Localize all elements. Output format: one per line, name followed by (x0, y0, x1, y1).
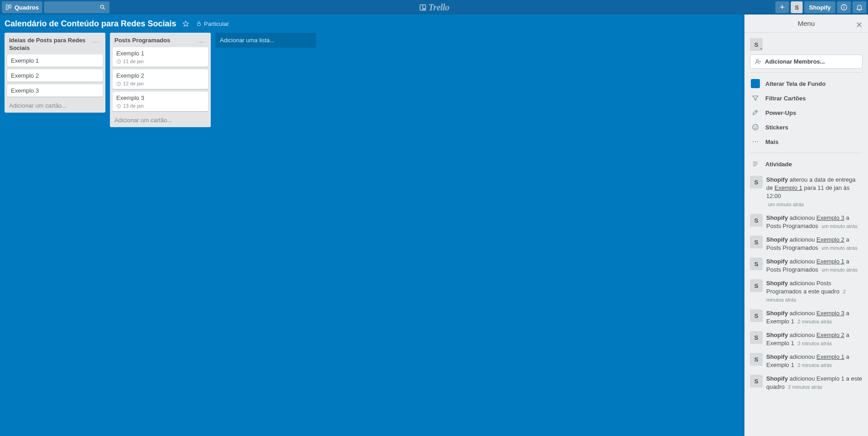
board-members: S » (750, 37, 863, 54)
activity-item: SShopify adicionou Exemplo 2 a Exemplo 1… (750, 328, 863, 350)
add-card-button[interactable]: Adicionar um cartão... (113, 114, 208, 124)
activity-avatar[interactable]: S (750, 236, 763, 248)
rocket-icon (751, 108, 760, 117)
notifications-button[interactable] (853, 1, 866, 13)
close-menu-button[interactable]: ✕ (854, 18, 864, 32)
star-button[interactable] (183, 20, 189, 27)
activity-item: SShopify adicionou Exemplo 1 a Exemplo 1… (750, 350, 863, 372)
svg-rect-1 (9, 5, 11, 8)
info-button[interactable] (837, 1, 851, 13)
bell-icon (856, 4, 863, 11)
due-date-text: 12 de jan (123, 81, 144, 86)
menu-power-ups[interactable]: Power-Ups (750, 105, 863, 120)
add-card-button[interactable]: Adicionar um cartão... (7, 99, 103, 109)
activity-item: SShopify adicionou Exemplo 2 a Posts Pro… (750, 233, 863, 255)
card[interactable]: Exemplo 111 de jan (113, 47, 208, 67)
list-menu-button[interactable]: … (195, 36, 206, 45)
activity-time: 2 minutos atrás (798, 362, 832, 368)
menu-body: S » Adicionar Membros... Alterar Tela de… (744, 33, 868, 436)
card-badges: 12 de jan (116, 81, 204, 86)
card-title: Exemplo 1 (11, 57, 99, 64)
svg-marker-10 (183, 21, 188, 26)
menu-item-label: Alterar Tela de Fundo (765, 80, 826, 87)
card[interactable]: Exemplo 212 de jan (113, 69, 208, 89)
card-title: Exemplo 2 (116, 72, 204, 79)
activity-avatar[interactable]: S (750, 375, 763, 387)
app-header: Quadros Trello + S Shopify (0, 0, 868, 15)
search-icon (99, 4, 106, 10)
more-icon (751, 137, 760, 146)
menu-filter-cards[interactable]: Filtrar Cartões (750, 91, 863, 105)
add-members-button[interactable]: Adicionar Membros... (750, 54, 863, 69)
header-left: Quadros (2, 1, 109, 13)
activity-time: 2 minutos atrás (788, 384, 822, 390)
trello-logo[interactable]: Trello (419, 2, 449, 13)
add-list-button[interactable]: Adicionar uma lista... (215, 33, 316, 48)
boards-button[interactable]: Quadros (2, 1, 42, 13)
activity-time: um minuto atrás (822, 245, 858, 251)
card[interactable]: Exemplo 2 (7, 69, 103, 82)
activity-avatar[interactable]: S (750, 331, 763, 344)
activity-text: Shopify adicionou Exemplo 1 a Exemplo 1 … (766, 353, 863, 369)
menu-item-label: Stickers (765, 124, 789, 131)
activity-avatar[interactable]: S (750, 353, 763, 366)
boards-icon (5, 4, 12, 10)
activity-item: SShopify adicionou Exemplo 3 a Posts Pro… (750, 211, 863, 233)
activity-avatar[interactable]: S (750, 279, 763, 292)
due-date-text: 11 de jan (123, 59, 144, 64)
header-avatar[interactable]: S (791, 1, 803, 13)
menu-more[interactable]: Mais (750, 134, 863, 149)
search-input[interactable] (44, 1, 109, 13)
card-title: Exemplo 3 (11, 87, 99, 94)
avatar-initial: S (795, 4, 799, 11)
member-avatar[interactable]: S » (750, 38, 763, 51)
due-date-text: 13 de jan (123, 103, 144, 109)
list: Ideias de Posts para Redes Sociais…Exemp… (5, 33, 105, 113)
clock-icon (116, 104, 121, 109)
svg-rect-6 (423, 5, 425, 8)
activity-time: um minuto atrás (822, 267, 858, 272)
privacy-button[interactable]: Particular (196, 20, 229, 27)
svg-rect-0 (6, 5, 8, 10)
activity-text: Shopify adicionou Exemplo 1 a Posts Prog… (766, 258, 863, 274)
menu-change-background[interactable]: Alterar Tela de Fundo (750, 76, 863, 91)
activity-avatar[interactable]: S (750, 258, 763, 270)
menu-item-label: Filtrar Cartões (765, 95, 806, 102)
board-title[interactable]: Calendário de Conteúdo para Redes Sociai… (5, 19, 176, 29)
card[interactable]: Exemplo 313 de jan (113, 92, 208, 111)
menu-stickers[interactable]: Stickers (750, 120, 863, 134)
activity-avatar[interactable]: S (750, 214, 763, 227)
add-member-icon (755, 59, 761, 65)
create-button[interactable]: + (775, 1, 789, 13)
menu-title: Menu (798, 20, 815, 27)
menu-item-label: Power-Ups (765, 109, 796, 116)
svg-rect-11 (198, 24, 201, 26)
divider (750, 153, 863, 153)
card-badges: 13 de jan (116, 103, 204, 109)
trello-wordmark: Trello (428, 2, 449, 13)
board-menu: Menu ✕ S » Adicionar Membros... Alterar … (744, 15, 868, 436)
background-swatch-icon (751, 79, 760, 88)
list-menu-button[interactable]: … (90, 36, 101, 45)
list-header: Ideias de Posts para Redes Sociais… (7, 35, 103, 54)
activity-item: SShopify adicionou Posts Programados a e… (750, 277, 863, 307)
menu-header: Menu ✕ (744, 15, 868, 33)
activity-text: Shopify adicionou Exemplo 1 a este quadr… (766, 375, 863, 391)
svg-point-18 (753, 124, 758, 130)
activity-avatar[interactable]: S (750, 309, 763, 322)
card-title: Exemplo 1 (116, 50, 204, 57)
card[interactable]: Exemplo 3 (7, 84, 103, 97)
activity-text: Shopify adicionou Exemplo 2 a Posts Prog… (766, 236, 863, 252)
list-title[interactable]: Ideias de Posts para Redes Sociais (9, 36, 90, 52)
card[interactable]: Exemplo 1 (7, 54, 103, 67)
activity-avatar[interactable]: S (750, 176, 763, 188)
member-name-button[interactable]: Shopify (804, 1, 835, 13)
card-badges: 11 de jan (116, 59, 204, 64)
header-right: + S Shopify (775, 1, 866, 13)
svg-point-23 (757, 141, 758, 142)
clock-icon (116, 59, 121, 64)
svg-point-21 (753, 141, 754, 142)
list-title[interactable]: Posts Programados (114, 36, 195, 44)
activity-time: 2 minutos atrás (766, 289, 846, 302)
clock-icon (116, 81, 121, 86)
